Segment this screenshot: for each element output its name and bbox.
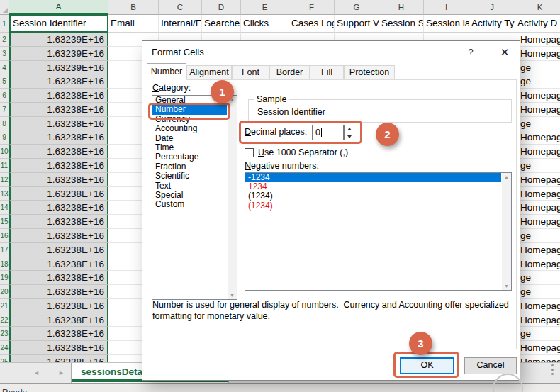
cell-g1[interactable]: Support V — [335, 15, 379, 33]
cell-k19[interactable]: ge — [515, 271, 560, 285]
cell-k14[interactable]: Homepag — [515, 201, 560, 215]
cell-a11[interactable]: 1.63238E+16 — [9, 159, 108, 173]
cell-k21[interactable]: Homepag — [515, 299, 560, 313]
cell-k24[interactable]: Homepag — [515, 341, 560, 355]
row-header-1[interactable]: 1 — [0, 15, 9, 33]
cell-a10[interactable]: 1.63238E+16 — [9, 145, 108, 159]
cell-k2[interactable]: Homepag — [515, 33, 560, 47]
category-item-fraction[interactable]: Fraction — [152, 162, 227, 172]
row-header-3[interactable]: 3 — [0, 47, 9, 61]
category-item-time[interactable]: Time — [152, 143, 227, 152]
cell-k18[interactable]: Homepag — [515, 257, 560, 271]
category-scrollbar[interactable]: ▲ ▼ — [228, 96, 237, 299]
column-header-j[interactable]: J — [469, 0, 515, 15]
tab-protection[interactable]: Protection — [344, 65, 395, 79]
cell-k9[interactable]: Homepag — [515, 130, 560, 145]
cell-a14[interactable]: 1.63238E+16 — [9, 201, 108, 215]
cell-k20[interactable]: ge — [515, 285, 560, 299]
column-header-k[interactable]: K — [515, 0, 560, 15]
row-header-14[interactable]: 14 — [0, 201, 9, 215]
column-header-i[interactable]: I — [424, 0, 469, 15]
row-header-4[interactable]: 4 — [0, 61, 9, 75]
cell-a17[interactable]: 1.63238E+16 — [9, 243, 108, 257]
column-header-d[interactable]: D — [202, 0, 241, 15]
negative-format-option-2[interactable]: 1234 — [245, 182, 501, 191]
cell-a6[interactable]: 1.63238E+16 — [9, 89, 108, 103]
cell-j1[interactable]: Activity Ty — [469, 15, 515, 33]
row-header-18[interactable]: 18 — [0, 257, 9, 271]
cell-k6[interactable]: Homepag — [515, 89, 560, 103]
cell-a19[interactable]: 1.63238E+16 — [9, 271, 108, 285]
cell-a7[interactable]: 1.63238E+16 — [9, 103, 108, 117]
row-header-16[interactable]: 16 — [0, 229, 9, 243]
row-header-17[interactable]: 17 — [0, 243, 9, 257]
row-header-25[interactable]: 25 — [0, 355, 9, 362]
scroll-up-icon[interactable]: ▲ — [502, 174, 511, 179]
select-all-corner[interactable] — [0, 0, 9, 15]
row-header-20[interactable]: 20 — [0, 285, 9, 299]
cell-a4[interactable]: 1.63239E+16 — [9, 61, 108, 75]
cell-k23[interactable]: ge — [515, 327, 560, 341]
cell-k12[interactable]: Homepag — [515, 173, 560, 187]
cell-e1[interactable]: Clicks — [241, 15, 289, 33]
tab-number[interactable]: Number — [147, 63, 186, 80]
cell-a5[interactable]: 1.63238E+16 — [9, 74, 108, 89]
category-item-date[interactable]: Date — [152, 134, 227, 143]
row-header-9[interactable]: 9 — [0, 130, 9, 145]
row-header-7[interactable]: 7 — [0, 103, 9, 117]
scroll-down-icon[interactable]: ▼ — [502, 284, 511, 289]
row-header-6[interactable]: 6 — [0, 89, 9, 103]
cell-d1[interactable]: Searches — [202, 15, 241, 33]
cell-a13[interactable]: 1.63238E+16 — [9, 187, 108, 201]
category-item-text[interactable]: Text — [152, 181, 227, 191]
category-item-accounting[interactable]: Accounting — [152, 124, 227, 133]
cell-k22[interactable]: Homepag — [515, 313, 560, 327]
scroll-down-icon[interactable]: ▼ — [228, 293, 237, 298]
row-header-15[interactable]: 15 — [0, 215, 9, 229]
row-header-11[interactable]: 11 — [0, 159, 9, 173]
dialog-help-icon[interactable]: ? — [464, 46, 477, 59]
row-header-2[interactable]: 2 — [0, 33, 9, 47]
sheet-nav-left-icon[interactable]: ◄ — [33, 369, 40, 376]
category-item-percentage[interactable]: Percentage — [152, 152, 227, 162]
cell-k5[interactable]: ge — [515, 74, 560, 89]
cancel-button[interactable]: Cancel — [464, 357, 517, 374]
cell-a24[interactable]: 1.63238E+16 — [9, 341, 108, 355]
cell-k16[interactable]: ge — [515, 229, 560, 243]
cell-k1[interactable]: Activity D — [515, 15, 560, 33]
column-header-c[interactable]: C — [159, 0, 202, 15]
row-header-8[interactable]: 8 — [0, 117, 9, 131]
column-header-a[interactable]: A — [9, 0, 108, 15]
tab-border[interactable]: Border — [269, 65, 310, 79]
cell-k17[interactable]: Homepag — [515, 243, 560, 257]
column-header-b[interactable]: B — [108, 0, 159, 15]
cell-a3[interactable]: 1.63239E+16 — [9, 47, 108, 61]
cell-a1[interactable]: Session Identifier — [9, 15, 108, 33]
column-header-g[interactable]: G — [335, 0, 379, 15]
cell-a8[interactable]: 1.63238E+16 — [9, 117, 108, 131]
cell-k15[interactable]: Homepag — [515, 215, 560, 229]
row-header-10[interactable]: 10 — [0, 145, 9, 159]
cell-k11[interactable]: ge — [515, 159, 560, 173]
cell-a18[interactable]: 1.63238E+16 — [9, 257, 108, 271]
row-header-13[interactable]: 13 — [0, 187, 9, 201]
cell-c1[interactable]: Internal/E — [159, 15, 202, 33]
column-header-e[interactable]: E — [241, 0, 289, 15]
row-header-21[interactable]: 21 — [0, 299, 9, 313]
use-1000-separator-checkbox[interactable] — [245, 148, 254, 157]
category-item-custom[interactable]: Custom — [152, 200, 227, 209]
cell-a12[interactable]: 1.63238E+16 — [9, 173, 108, 187]
row-header-24[interactable]: 24 — [0, 341, 9, 355]
cell-a16[interactable]: 1.63238E+16 — [9, 229, 108, 243]
scrollbar-grip[interactable] — [551, 364, 554, 377]
cell-a2[interactable]: 1.63239E+16 — [9, 33, 108, 47]
cell-f1[interactable]: Cases Log — [289, 15, 335, 33]
category-item-scientific[interactable]: Scientific — [152, 172, 227, 181]
cell-b1[interactable]: Email — [108, 15, 159, 33]
cell-a22[interactable]: 1.63238E+16 — [9, 313, 108, 327]
cell-k8[interactable]: ge — [515, 117, 560, 131]
cell-a25[interactable]: 1.63238E+16 — [9, 355, 108, 362]
cell-k25[interactable]: Homepag — [515, 355, 560, 362]
negative-scrollbar[interactable]: ▲ ▼ — [502, 173, 511, 290]
sheet-nav-right-icon[interactable]: ► — [58, 369, 65, 376]
